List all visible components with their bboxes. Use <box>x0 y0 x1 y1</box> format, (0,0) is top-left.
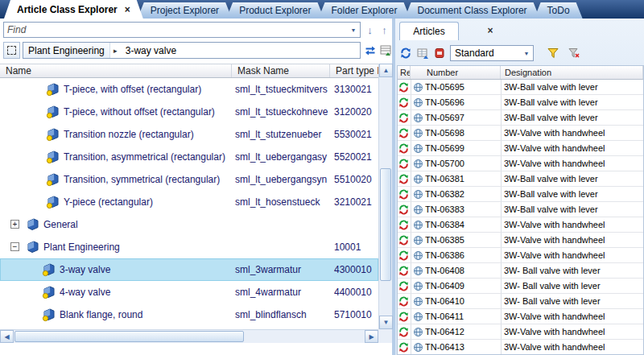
article-number: TN-05700 <box>425 156 499 171</box>
scroll-left-button[interactable]: ◀ <box>0 330 14 343</box>
breadcrumb[interactable]: Plant Engineering ▸ 3-way valve <box>23 42 361 59</box>
refresh-button[interactable] <box>398 45 414 61</box>
main-tab[interactable]: Article Class Explorer × <box>4 0 143 19</box>
class-table-header: Name Mask Name Part type ID <box>0 64 378 78</box>
class-mask-name: sml_lt_uebergangasy <box>235 146 328 168</box>
class-part-type-id: 5530021 <box>334 123 378 146</box>
article-globe-icon <box>413 204 423 215</box>
class-tree-row[interactable]: Transition nozzle (rectangular) sml_lt_s… <box>0 123 378 146</box>
class-name: Blank flange, round <box>60 303 232 326</box>
column-header-mask-name[interactable]: Mask Name <box>232 64 330 77</box>
article-row[interactable]: TN-05698 3W-Valve with handwheel <box>398 126 643 141</box>
horizontal-scrollbar[interactable]: ◀ ▶ <box>0 329 378 343</box>
article-designation: 3W-Valve with handwheel <box>504 141 643 155</box>
show-in-list-button[interactable] <box>378 42 393 59</box>
class-tree-row[interactable]: T-piece, with offset (rectangular) sml_l… <box>0 78 378 101</box>
class-mask-name: sml_4warmatur <box>235 281 328 303</box>
article-globe-icon <box>413 128 423 138</box>
scroll-up-button[interactable]: ▲ <box>379 64 393 77</box>
article-row[interactable]: TN-06381 3W-Ball valve with lever <box>398 171 643 187</box>
class-mask-name: sml_3warmatur <box>235 258 328 281</box>
class-tree-row[interactable]: Blank flange, round sml_blindflansch 571… <box>0 303 378 326</box>
article-row[interactable]: TN-06385 3W-Valve with handwheel <box>398 233 643 248</box>
replication-status-icon <box>398 342 409 353</box>
find-combobox[interactable]: ▼ <box>3 22 361 38</box>
article-number: TN-05695 <box>425 80 499 94</box>
class-tree-row[interactable]: − Plant Engineering 10001 <box>0 236 378 258</box>
article-row[interactable]: TN-06382 3W-Ball valve with lever <box>398 187 643 202</box>
main-tab[interactable]: Folder Explorer <box>319 2 411 19</box>
article-row[interactable]: TN-05695 3W-Ball valve with lever <box>398 80 643 95</box>
article-row[interactable]: TN-06409 3W- Ball valve with lever <box>398 279 643 294</box>
view-dropdown-icon[interactable]: ▼ <box>520 46 533 60</box>
articles-body: TN-05695 3W-Ball valve with lever TN-056… <box>398 80 643 354</box>
vertical-scrollbar[interactable]: ▲ ▼ <box>378 64 392 329</box>
article-globe-icon <box>413 327 423 337</box>
find-dropdown-icon[interactable]: ▼ <box>347 23 360 37</box>
class-part-type-id: 4300010 <box>334 258 378 281</box>
column-header-part-type-id[interactable]: Part type ID <box>330 64 378 77</box>
clear-filter-button[interactable] <box>566 45 582 61</box>
replication-status-icon <box>398 174 409 184</box>
article-row[interactable]: TN-06411 3W-Valve with handwheel <box>398 309 643 324</box>
class-folder-icon <box>26 240 40 254</box>
select-mode-button[interactable] <box>3 42 20 59</box>
article-number: TN-06413 <box>425 340 499 354</box>
breadcrumb-item-3-way-valve[interactable]: 3-way valve <box>121 43 181 58</box>
app-window: Article Class Explorer × Project Explore… <box>0 0 644 355</box>
tab-close-icon[interactable]: × <box>125 5 130 14</box>
filter-button[interactable] <box>545 45 561 61</box>
articles-grid: Re Number Designation TN-05 <box>397 65 644 355</box>
class-tree-row[interactable]: 3-way valve sml_3warmatur 4300010 <box>0 258 378 281</box>
class-name: T-piece, with offset (rectangular) <box>64 78 232 101</box>
vertical-scroll-thumb[interactable] <box>380 168 391 281</box>
article-row[interactable]: TN-05697 3W-Ball valve with lever <box>398 110 643 126</box>
main-tab[interactable]: Document Class Explorer <box>405 2 540 19</box>
view-select[interactable]: Standard ▼ <box>450 45 534 61</box>
article-row[interactable]: TN-06412 3W-Valve with handwheel <box>398 324 643 340</box>
class-tree-row[interactable]: Y-piece (rectangular) sml_lt_hosenstueck… <box>0 191 378 213</box>
breadcrumb-arrow-icon[interactable]: ▸ <box>110 43 121 58</box>
column-header-name[interactable]: Name <box>0 64 232 77</box>
class-tree-row[interactable]: Transition, symmetrical (rectangular) sm… <box>0 168 378 191</box>
tab-bar: Article Class Explorer × Project Explore… <box>0 0 644 19</box>
article-number: TN-05698 <box>425 126 499 140</box>
expander-icon[interactable]: + <box>10 220 19 229</box>
column-header-number[interactable]: Number <box>411 66 501 79</box>
column-header-re[interactable]: Re <box>398 66 411 79</box>
sync-button[interactable] <box>363 42 378 59</box>
class-mask-name: sml_lt_tstueckohneve <box>235 101 328 123</box>
articles-close-icon[interactable]: × <box>484 24 497 37</box>
find-next-button[interactable]: ↓ <box>363 23 377 37</box>
article-row[interactable]: TN-06386 3W-Valve with handwheel <box>398 248 643 263</box>
article-designation: 3W-Ball valve with lever <box>504 110 643 125</box>
article-row[interactable]: TN-06383 3W-Ball valve with lever <box>398 202 643 217</box>
class-tree-row[interactable]: 4-way valve sml_4warmatur 4400010 <box>0 281 378 303</box>
article-row[interactable]: TN-05700 3W-Valve with handwheel <box>398 156 643 171</box>
article-number: TN-06382 <box>425 187 499 201</box>
main-tab[interactable]: Project Explorer <box>138 2 232 19</box>
article-row[interactable]: TN-06408 3W- Ball valve with lever <box>398 263 643 279</box>
class-tree-row[interactable]: + General <box>0 213 378 236</box>
article-row[interactable]: TN-05696 3W-Ball valve with lever <box>398 95 643 110</box>
main-tab[interactable]: Product Explorer <box>226 2 324 19</box>
main-tab[interactable]: ToDo <box>535 2 583 19</box>
report-button[interactable] <box>431 45 448 61</box>
class-tree-row[interactable]: T-piece, without offset (rectangular) sm… <box>0 101 378 123</box>
scroll-down-button[interactable]: ▼ <box>379 316 393 329</box>
article-row[interactable]: TN-06384 3W-Valve with handwheel <box>398 217 643 233</box>
expander-icon[interactable]: − <box>10 242 19 251</box>
tab-articles[interactable]: Articles <box>399 22 459 40</box>
breadcrumb-item-plant-engineering[interactable]: Plant Engineering <box>23 43 110 58</box>
replication-status-icon <box>398 281 409 291</box>
article-row[interactable]: TN-06413 3W-Valve with handwheel <box>398 340 643 355</box>
class-tree-row[interactable]: Transition, asymmetrical (rectangular) s… <box>0 146 378 168</box>
column-header-designation[interactable]: Designation <box>501 66 643 79</box>
find-input[interactable] <box>4 24 347 35</box>
horizontal-scroll-thumb[interactable] <box>14 331 244 342</box>
scroll-right-button[interactable]: ▶ <box>365 330 378 343</box>
article-row[interactable]: TN-05699 3W-Valve with handwheel <box>398 141 643 156</box>
find-previous-button[interactable]: ↑ <box>378 23 391 37</box>
export-view-button[interactable] <box>415 45 431 61</box>
article-row[interactable]: TN-06410 3W- Ball valve with lever <box>398 294 643 309</box>
